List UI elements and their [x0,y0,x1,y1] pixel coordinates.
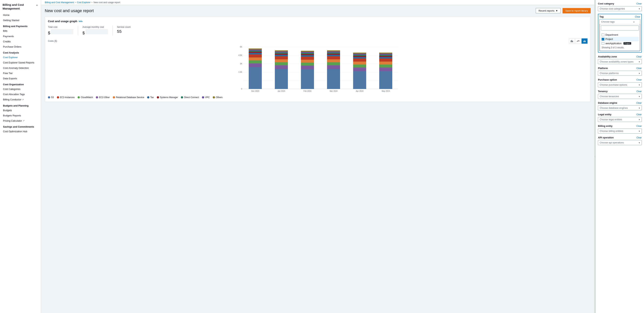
svg-rect-30 [249,53,262,55]
tenancy-select[interactable]: Choose tenancies [598,94,642,99]
legend-item-systems-manager: Systems Manager [157,96,178,99]
tag-label: Tag [600,15,604,18]
sidebar-nav-item-bills[interactable]: Bills [0,28,41,34]
legal-entity-clear[interactable]: Clear [636,113,642,116]
sidebar-nav-item-cost-optimization-hub[interactable]: Cost Optimization Hub [0,129,41,134]
database-engine-select[interactable]: Choose database engines [598,105,642,110]
cost-category-label: Cost category [598,2,614,5]
billing-entity-label: Billing entity [598,125,612,127]
legend-dot-ec2-instances [57,96,59,99]
sidebar-section-budgets: Budgets and Planning [0,102,41,108]
platform-clear[interactable]: Clear [636,67,642,70]
save-to-library-button[interactable]: Save to report library [562,8,591,14]
sidebar-nav-item-cost-alloc-tags[interactable]: Cost Allocation Tags [0,92,41,97]
legend-item-tax: Tax [147,96,154,99]
svg-text:Mar 2024: Mar 2024 [330,90,338,92]
sidebar-nav-item-home[interactable]: Home [0,13,41,18]
sidebar-nav-item-cost-explorer-saved[interactable]: Cost Explorer Saved Reports [0,60,41,65]
breadcrumb-cost-explorer[interactable]: Cost Explorer [77,1,90,4]
svg-rect-77 [379,65,392,68]
svg-rect-79 [379,59,392,62]
svg-rect-80 [379,57,392,59]
svg-text:May 2024: May 2024 [382,90,390,92]
legend-dot-s3 [48,96,50,99]
page-header: New cost and usage report Recent reports… [45,8,591,14]
sidebar-nav-item-cost-explorer[interactable]: Cost Explorer [0,55,41,60]
svg-rect-50 [301,55,314,57]
platform-header: Platform Clear [598,67,642,70]
tag-option-department[interactable]: Department [601,33,639,37]
api-operation-clear[interactable]: Clear [636,136,642,139]
tag-select-label[interactable]: Choose tags ▲ [600,20,640,24]
sidebar-nav-item-pricing-calculator[interactable]: Pricing Calculator ↗ [0,118,41,124]
svg-point-6 [578,40,579,41]
api-operation-select-wrapper: Choose api operations [598,140,642,145]
tag-option-project[interactable]: Project [601,37,639,41]
tag-dropdown-popup: 🔍 Department Project awsApplication Proj… [600,24,640,51]
platform-select[interactable]: Choose platforms [598,71,642,76]
legend-dot-cloudwatch [78,96,80,99]
sidebar-nav-item-payments[interactable]: Payments [0,34,41,39]
tag-filter: Tag Clear Choose tags ▲ 🔍 Department [598,14,642,53]
bar-chart-button[interactable] [569,39,575,44]
billing-entity-select[interactable]: Choose billing entities [598,129,642,134]
tenancy-clear[interactable]: Clear [636,90,642,93]
sidebar-nav-item-data-exports[interactable]: Data Exports [0,76,41,81]
sidebar-nav-item-billing-conductor[interactable]: Billing Conductor ↗ [0,97,41,102]
svg-rect-0 [571,41,571,42]
recent-reports-button[interactable]: Recent reports ▼ [536,8,561,14]
sidebar-nav-item-credits[interactable]: Credits [0,39,41,44]
purchase-option-clear[interactable]: Clear [636,79,642,81]
api-operation-label: API operation [598,136,614,139]
breadcrumb-billing[interactable]: Billing and Cost Management [45,1,74,4]
tag-checkbox-project[interactable] [602,38,604,41]
api-operation-select[interactable]: Choose api operations [598,140,642,145]
sidebar-nav-item-budgets-reports[interactable]: Budgets Reports [0,113,41,118]
cost-usage-card: Cost and usage graph Info Total cost $ A… [45,17,591,102]
svg-rect-53 [301,52,314,53]
metrics-row: Total cost $ Average monthly cost $ [48,26,588,36]
sidebar-nav-item-purchase-orders[interactable]: Purchase Orders [0,44,41,50]
stacked-chart-button[interactable] [582,39,588,44]
sidebar-nav-item-budgets[interactable]: Budgets [0,108,41,113]
svg-rect-8 [584,41,584,42]
legal-entity-select-wrapper: Choose legal entities [598,117,642,122]
availability-zone-select[interactable]: Choose availability zones types [598,59,642,64]
sidebar-nav-item-getting-started[interactable]: Getting Started [0,18,41,23]
svg-text:0: 0 [241,88,242,90]
legend-item-others: Others [213,96,222,99]
sidebar-nav-item-cost-anomaly[interactable]: Cost Anomaly Detection [0,66,41,71]
legal-entity-select[interactable]: Choose legal entities [598,117,642,122]
svg-rect-44 [275,50,288,52]
line-chart-button[interactable] [575,39,581,44]
costs-label: Costs ($) [48,40,57,42]
info-badge[interactable]: Info [79,20,82,22]
tag-checkbox-department[interactable] [602,34,604,36]
sidebar-nav-item-free-tier[interactable]: Free Tier [0,71,41,76]
external-link-icon-2: ↗ [23,119,24,122]
svg-rect-34 [249,49,262,50]
tag-select-open[interactable]: Choose tags ▲ 🔍 Department Project [600,19,640,51]
sidebar-close-button[interactable]: × [36,3,38,8]
billing-entity-clear[interactable]: Clear [636,125,642,127]
purchase-option-select[interactable]: Choose purchase options [598,82,642,87]
tag-option-awsapplication[interactable]: awsApplication Project [601,41,639,46]
tag-search-input[interactable] [601,25,639,31]
svg-text:Apr 2024: Apr 2024 [356,90,364,92]
legend-item-cloudwatch: CloudWatch [78,96,93,99]
svg-rect-9 [584,41,584,41]
svg-text:6K: 6K [240,46,242,48]
dropdown-arrow-icon: ▼ [556,9,558,12]
page-title: New cost and usage report [45,9,94,13]
tag-clear[interactable]: Clear [635,16,640,18]
legend-dot-vpc [202,96,204,99]
database-engine-clear[interactable]: Clear [636,102,642,104]
tag-checkbox-awsapplication[interactable] [602,42,604,45]
breadcrumb-sep-1: › [75,1,76,4]
availability-zone-clear[interactable]: Clear [636,55,642,58]
cost-category-clear[interactable]: Clear [636,3,642,5]
cost-category-select[interactable]: Choose cost categories [598,6,642,11]
svg-rect-73 [353,54,366,55]
sidebar-nav-item-cost-categories[interactable]: Cost Categories [0,87,41,92]
svg-rect-13 [585,41,586,41]
